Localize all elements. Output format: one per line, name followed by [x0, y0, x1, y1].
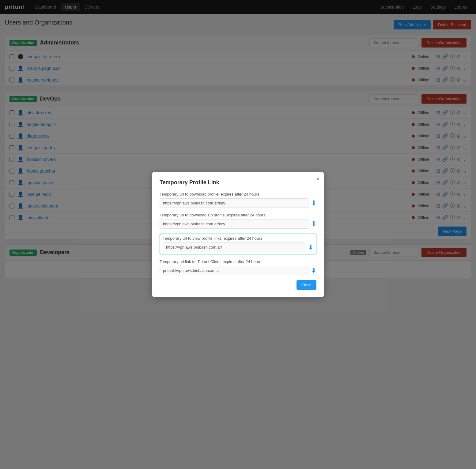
modal-label-1: Temporary url to download profile, expir…: [160, 192, 316, 196]
modal-input-2[interactable]: [160, 219, 308, 229]
modal-field-4: Temporary uri link for Pritunl Client, e…: [160, 259, 316, 275]
modal-label-3: Temporary url to view profile links, exp…: [163, 236, 313, 241]
download-button-3[interactable]: ⬇: [308, 243, 313, 251]
modal-overlay[interactable]: Temporary Profile Link × Temporary url t…: [0, 0, 476, 288]
modal-input-1[interactable]: [160, 198, 308, 208]
modal-input-row-4: ⬇: [160, 266, 316, 275]
modal-footer: Close: [160, 280, 316, 288]
modal-close-button[interactable]: ×: [316, 176, 319, 182]
modal-label-2: Temporary url to download zip profile, e…: [160, 213, 316, 217]
modal-label-4: Temporary uri link for Pritunl Client, e…: [160, 259, 316, 264]
download-button-4[interactable]: ⬇: [311, 267, 316, 275]
download-button-2[interactable]: ⬇: [311, 220, 316, 228]
modal-field-1: Temporary url to download profile, expir…: [160, 192, 316, 208]
modal-close-footer-button[interactable]: Close: [297, 280, 316, 288]
modal-input-3[interactable]: [163, 242, 305, 252]
modal-field-2: Temporary url to download zip profile, e…: [160, 213, 316, 229]
modal-input-row-3: ⬇: [163, 242, 313, 252]
modal-input-row-1: ⬇: [160, 198, 316, 208]
modal-input-4[interactable]: [160, 266, 308, 275]
modal-field-3: Temporary url to view profile links, exp…: [160, 234, 316, 254]
modal-input-row-2: ⬇: [160, 219, 316, 229]
download-button-1[interactable]: ⬇: [311, 199, 316, 207]
modal-title: Temporary Profile Link: [160, 179, 316, 186]
modal-temporary-profile-link: Temporary Profile Link × Temporary url t…: [152, 172, 324, 288]
